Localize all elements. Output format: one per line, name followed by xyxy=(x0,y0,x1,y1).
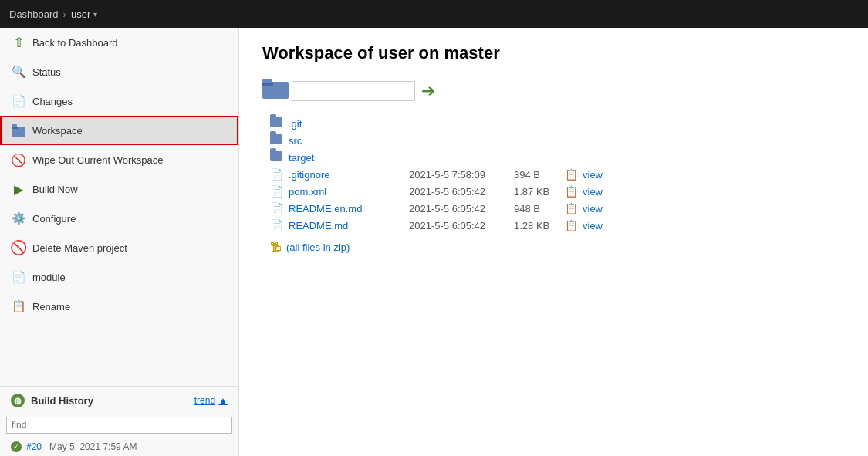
sidebar-label-module: module xyxy=(32,272,66,283)
file-link-git[interactable]: .git xyxy=(289,118,397,130)
file-view-icon-gitignore: 📋 xyxy=(565,168,578,181)
path-go-button[interactable]: ➔ xyxy=(421,81,435,101)
build-history-header: ◍ Build History trend ▲ xyxy=(0,387,238,414)
main-content: Workspace of user on master ➔ .git xyxy=(239,28,868,456)
workspace-icon xyxy=(11,123,26,138)
sidebar-label-configure: Configure xyxy=(32,213,76,225)
view-link-pomxml[interactable]: view xyxy=(583,186,603,198)
breadcrumb-separator: › xyxy=(63,8,66,20)
sidebar-item-status[interactable]: 🔍 Status xyxy=(0,57,238,86)
user-dropdown-caret: ▾ xyxy=(93,10,97,19)
sidebar-label-build-now: Build Now xyxy=(32,184,78,195)
file-row-target: target xyxy=(270,149,845,166)
file-row-git: .git xyxy=(270,115,845,132)
build-history-label: Build History xyxy=(31,395,93,407)
sidebar-label-back-to-dashboard: Back to Dashboard xyxy=(32,37,118,49)
sidebar-item-wipe-out[interactable]: 🚫 Wipe Out Current Workspace xyxy=(0,145,238,174)
file-view-icon-readme: 📋 xyxy=(565,219,578,231)
trend-label: trend xyxy=(194,395,215,406)
file-icon-gitignore: 📄 xyxy=(270,168,284,181)
file-date-pomxml: 2021-5-5 6:05:42 xyxy=(409,186,509,198)
build-status-icon: ✓ xyxy=(11,441,22,452)
file-list: .git src target 📄 .gitignore 2021-5 xyxy=(270,115,845,234)
file-link-readme-en[interactable]: README.en.md xyxy=(289,203,397,214)
build-search-bar xyxy=(0,414,238,437)
svg-rect-2 xyxy=(12,124,17,127)
file-size-readme: 1.28 KB xyxy=(514,220,560,231)
file-view-icon-pomxml: 📋 xyxy=(565,185,578,198)
file-view-icon-readme-en: 📋 xyxy=(565,202,578,214)
folder-icon xyxy=(270,151,284,164)
sidebar-item-configure[interactable]: ⚙️ Configure xyxy=(0,204,238,233)
collapse-icon[interactable]: ▲ xyxy=(218,395,228,406)
build-history-icon: ◍ xyxy=(11,394,25,407)
zip-row: 🗜 (all files in zip) xyxy=(270,238,845,256)
sidebar: ⇧ Back to Dashboard 🔍 Status 📄 Changes W… xyxy=(0,28,239,456)
file-browser-path: ➔ xyxy=(262,77,845,104)
build-history-title: ◍ Build History xyxy=(11,394,93,407)
changes-icon: 📄 xyxy=(11,93,26,109)
file-link-pomxml[interactable]: pom.xml xyxy=(289,186,397,198)
sidebar-item-module[interactable]: 📄 module xyxy=(0,262,238,292)
rename-icon: 📋 xyxy=(11,299,26,314)
file-date-gitignore: 2021-5-5 7:58:09 xyxy=(409,169,509,181)
sidebar-item-back-to-dashboard[interactable]: ⇧ Back to Dashboard xyxy=(0,28,238,57)
view-link-readme[interactable]: view xyxy=(583,220,603,231)
path-input[interactable] xyxy=(292,81,415,101)
sidebar-label-rename: Rename xyxy=(32,301,70,312)
folder-large-icon xyxy=(262,77,289,104)
trend-link[interactable]: trend ▲ xyxy=(194,395,228,406)
svg-rect-5 xyxy=(262,79,272,83)
build-date: May 5, 2021 7:59 AM xyxy=(49,441,137,452)
sidebar-label-status: Status xyxy=(32,66,61,78)
status-icon: 🔍 xyxy=(11,64,26,79)
file-row-pomxml: 📄 pom.xml 2021-5-5 6:05:42 1.87 KB 📋 vie… xyxy=(270,183,845,200)
wipeout-icon: 🚫 xyxy=(11,152,26,167)
file-date-readme: 2021-5-5 6:05:42 xyxy=(409,220,509,231)
file-date-readme-en: 2021-5-5 6:05:42 xyxy=(409,203,509,214)
sidebar-label-workspace: Workspace xyxy=(32,125,83,137)
file-icon-readme: 📄 xyxy=(270,219,284,231)
build-icon: ▶ xyxy=(11,181,26,197)
zip-link[interactable]: (all files in zip) xyxy=(286,242,350,253)
folder-icon xyxy=(270,134,284,147)
configure-icon: ⚙️ xyxy=(11,211,26,226)
file-link-target[interactable]: target xyxy=(289,152,397,164)
user-label: user xyxy=(71,8,90,20)
file-size-readme-en: 948 B xyxy=(514,203,560,214)
view-link-readme-en[interactable]: view xyxy=(583,203,603,214)
file-row-gitignore: 📄 .gitignore 2021-5-5 7:58:09 394 B 📋 vi… xyxy=(270,166,845,183)
sidebar-item-changes[interactable]: 📄 Changes xyxy=(0,86,238,116)
file-link-gitignore[interactable]: .gitignore xyxy=(289,169,397,181)
sidebar-item-workspace[interactable]: Workspace xyxy=(0,116,238,145)
breadcrumb-dashboard[interactable]: Dashboard xyxy=(9,8,59,20)
build-search-input[interactable] xyxy=(6,417,232,434)
file-size-gitignore: 394 B xyxy=(514,169,560,181)
zip-icon: 🗜 xyxy=(270,241,282,254)
sidebar-item-delete-maven[interactable]: 🚫 Delete Maven project xyxy=(0,233,238,262)
file-icon-pomxml: 📄 xyxy=(270,185,284,198)
file-link-readme[interactable]: README.md xyxy=(289,220,397,231)
delete-icon: 🚫 xyxy=(11,240,26,255)
sidebar-label-delete-maven: Delete Maven project xyxy=(32,242,127,254)
build-history-item: ✓ #20 May 5, 2021 7:59 AM xyxy=(0,437,238,456)
file-row-src: src xyxy=(270,132,845,149)
sidebar-item-rename[interactable]: 📋 Rename xyxy=(0,292,238,321)
sidebar-label-wipe-out: Wipe Out Current Workspace xyxy=(32,154,164,166)
file-size-pomxml: 1.87 KB xyxy=(514,186,560,198)
file-link-src[interactable]: src xyxy=(289,135,397,147)
arrow-up-icon: ⇧ xyxy=(11,35,26,50)
build-number[interactable]: #20 xyxy=(26,441,42,452)
file-row-readme-en: 📄 README.en.md 2021-5-5 6:05:42 948 B 📋 … xyxy=(270,200,845,217)
file-icon-readme-en: 📄 xyxy=(270,202,284,214)
view-link-gitignore[interactable]: view xyxy=(583,169,603,181)
page-title: Workspace of user on master xyxy=(262,43,845,63)
user-dropdown[interactable]: user ▾ xyxy=(71,8,97,20)
top-bar: Dashboard › user ▾ xyxy=(0,0,868,28)
folder-icon xyxy=(270,117,284,130)
sidebar-item-build-now[interactable]: ▶ Build Now xyxy=(0,174,238,204)
file-row-readme: 📄 README.md 2021-5-5 6:05:42 1.28 KB 📋 v… xyxy=(270,217,845,234)
sidebar-label-changes: Changes xyxy=(32,96,73,107)
module-icon: 📄 xyxy=(11,269,26,285)
main-layout: ⇧ Back to Dashboard 🔍 Status 📄 Changes W… xyxy=(0,28,868,456)
